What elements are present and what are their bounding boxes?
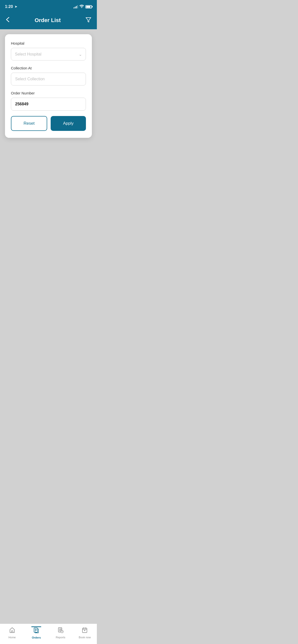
hospital-select[interactable] xyxy=(11,48,86,60)
collection-label: Collection At xyxy=(11,66,86,70)
header: Order List xyxy=(0,12,97,29)
location-icon: ➤ xyxy=(15,5,17,8)
order-number-input[interactable] xyxy=(11,98,86,110)
overlay-background xyxy=(0,138,97,286)
collection-group: Collection At xyxy=(11,66,86,86)
action-buttons: Reset Apply xyxy=(11,116,86,131)
hospital-label: Hospital xyxy=(11,41,86,45)
wifi-icon xyxy=(79,5,84,9)
battery-icon xyxy=(85,5,92,8)
apply-button[interactable]: Apply xyxy=(51,116,86,131)
signal-icon xyxy=(74,5,78,8)
hospital-group: Hospital ⌄ Select Hospital xyxy=(11,41,86,60)
hospital-select-wrapper: ⌄ Select Hospital xyxy=(11,48,86,60)
filter-modal: Hospital ⌄ Select Hospital Collection At… xyxy=(5,34,92,138)
status-time: 1:20 ➤ xyxy=(5,4,17,9)
reset-button[interactable]: Reset xyxy=(11,116,47,131)
collection-input[interactable] xyxy=(11,73,86,86)
order-number-label: Order Number xyxy=(11,91,86,95)
filter-button[interactable] xyxy=(85,16,92,24)
status-icons xyxy=(74,5,92,9)
page-title: Order List xyxy=(35,17,61,24)
status-bar: 1:20 ➤ xyxy=(0,0,97,12)
back-button[interactable] xyxy=(5,16,11,25)
order-number-group: Order Number xyxy=(11,91,86,110)
